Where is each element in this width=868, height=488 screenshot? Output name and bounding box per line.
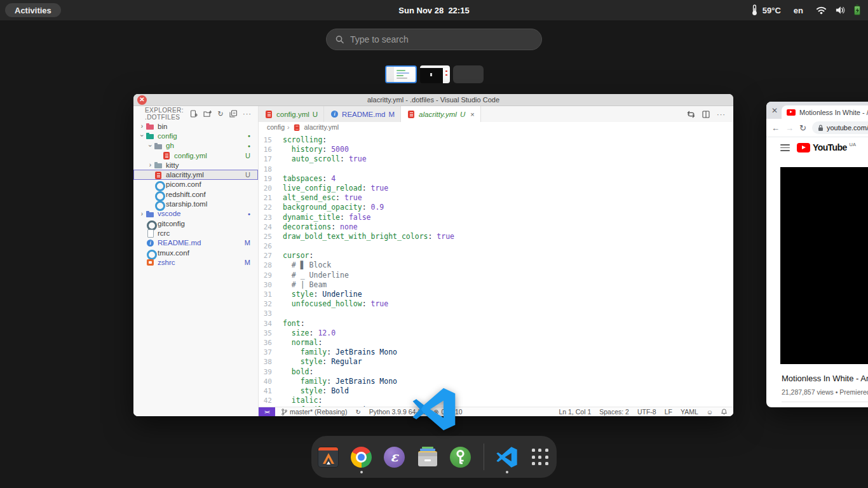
code-line-25[interactable]: 25draw_bold_text_with_bright_colors: tru… (259, 232, 733, 241)
code-line-15[interactable]: 15scrolling: (259, 135, 733, 145)
split-editor-icon[interactable] (702, 111, 710, 118)
code-line-27[interactable]: 27cursor: (259, 251, 733, 261)
chrome-window[interactable]: ✕ Motionless In White - / ← → ↻ youtube.… (766, 102, 868, 407)
feedback-smiley-icon[interactable]: ☺ (707, 409, 713, 416)
sync-icon[interactable]: ↻ (355, 409, 360, 416)
code-line-34[interactable]: 34font: (259, 319, 733, 329)
dock-item-passwords[interactable] (449, 445, 472, 468)
eol-setting[interactable]: LF (665, 408, 672, 416)
tree-item-redshift.conf[interactable]: redshift.conf (133, 189, 258, 199)
code-line-37[interactable]: 37 family: JetBrains Mono (259, 348, 733, 357)
code-line-35[interactable]: 35 size: 12.0 (259, 329, 733, 338)
code-line-32[interactable]: 32 unfocused_hollow: true (259, 299, 733, 309)
reload-button[interactable]: ↻ (799, 123, 806, 133)
code-line-17[interactable]: 17 auto_scroll: true (259, 154, 733, 164)
address-bar[interactable]: youtube.com/wa (812, 121, 868, 134)
dock-item-emacs[interactable]: ε (383, 445, 406, 468)
tree-item-gitconfig[interactable]: gitconfig (133, 219, 258, 228)
dock-item-vscode[interactable] (496, 445, 519, 468)
tree-item-README.md[interactable]: README.mdM (133, 238, 258, 248)
code-line-26[interactable]: 26 (259, 241, 733, 251)
collapse-folders-button[interactable] (229, 110, 237, 118)
git-branch-status[interactable]: master* (Rebasing) (281, 408, 347, 416)
system-menu[interactable] (816, 6, 860, 15)
breadcrumb[interactable]: config › alacritty.yml (259, 122, 733, 132)
tree-item-picom.conf[interactable]: picom.conf (133, 180, 258, 189)
editor-more-actions-icon[interactable]: ··· (717, 111, 726, 118)
encoding-setting[interactable]: UTF-8 (637, 408, 656, 416)
code-line-39[interactable]: 39 bold: (259, 367, 733, 377)
remote-indicator[interactable]: >< (259, 407, 275, 416)
code-line-18[interactable]: 18 (259, 165, 733, 174)
vscode-app-icon[interactable] (412, 388, 456, 431)
workspace-thumbnail-3-empty[interactable] (453, 65, 484, 83)
language-mode[interactable]: YAML (681, 408, 698, 416)
code-line-20[interactable]: 20live_config_reload: true (259, 184, 733, 193)
cursor-position[interactable]: Ln 1, Col 1 (559, 408, 591, 416)
tree-item-rcrc[interactable]: rcrc (133, 228, 258, 238)
code-line-38[interactable]: 38 style: Regular (259, 357, 733, 367)
tree-item-alacritty.yml[interactable]: alacritty.ymlU (133, 170, 258, 179)
search-input[interactable] (350, 34, 532, 44)
video-player[interactable] (780, 167, 868, 364)
tree-item-kitty[interactable]: ›kitty (133, 160, 258, 170)
code-line-42[interactable]: 42 italic: (259, 396, 733, 405)
tree-item-starship.toml[interactable]: starship.toml (133, 199, 258, 208)
clock[interactable]: Sun Nov 28 22:15 (398, 0, 469, 20)
code-editor[interactable]: 15scrolling:16 history: 500017 auto_scro… (259, 132, 733, 407)
new-folder-button[interactable] (203, 110, 212, 118)
tree-item-tmux.conf[interactable]: tmux.conf (133, 248, 258, 257)
code-line-36[interactable]: 36 normal: (259, 338, 733, 348)
tree-item-bin[interactable]: ›bin (133, 121, 258, 131)
new-file-button[interactable] (190, 110, 198, 118)
code-line-30[interactable]: 30 # | Beam (259, 280, 733, 290)
line-number: 23 (259, 213, 283, 222)
indentation-setting[interactable]: Spaces: 2 (599, 408, 629, 416)
breadcrumb-folder[interactable]: config (267, 123, 285, 131)
code-line-29[interactable]: 29 # _ Underline (259, 271, 733, 280)
back-button[interactable]: ← (771, 123, 780, 133)
code-line-16[interactable]: 16 history: 5000 (259, 145, 733, 154)
window-close-button[interactable]: ✕ (137, 95, 147, 105)
open-changes-icon[interactable] (687, 111, 695, 118)
youtube-logo[interactable]: YouTube UA (797, 142, 856, 152)
tab-readme-md[interactable]: README.md M (324, 106, 401, 122)
forward-button[interactable]: → (785, 123, 794, 133)
temperature-indicator[interactable]: 59°C (751, 4, 781, 16)
code-line-23[interactable]: 23dynamic_title: false (259, 213, 733, 222)
tree-item-config[interactable]: ›config● (133, 131, 258, 140)
chrome-active-tab[interactable]: Motionless In White - / (782, 105, 868, 119)
code-line-41[interactable]: 41 style: Bold (259, 386, 733, 396)
code-line-40[interactable]: 40 family: JetBrains Mono (259, 377, 733, 386)
dock-item-alacritty[interactable] (317, 445, 340, 468)
code-line-21[interactable]: 21alt_send_esc: true (259, 193, 733, 203)
activities-button[interactable]: Activities (5, 3, 61, 17)
code-line-19[interactable]: 19tabspaces: 4 (259, 174, 733, 184)
workspace-thumbnail-2[interactable] (420, 65, 450, 83)
tree-item-gh[interactable]: ›gh● (133, 141, 258, 151)
dock-item-chrome[interactable] (350, 445, 373, 468)
workspace-thumbnail-active[interactable] (385, 65, 417, 83)
explorer-more-actions-button[interactable]: ··· (243, 110, 252, 118)
tab-config-yml[interactable]: config.yml U (259, 106, 324, 122)
keyboard-layout-indicator[interactable]: en (794, 6, 803, 15)
tab-alacritty-yml-active[interactable]: alacritty.yml U × (401, 106, 481, 122)
code-line-33[interactable]: 33 (259, 309, 733, 318)
notifications-bell-icon[interactable] (721, 409, 727, 415)
tree-item-zshrc[interactable]: zshrcM (133, 257, 258, 267)
vscode-window[interactable]: ✕ alacritty.yml - .dotfiles - Visual Stu… (133, 94, 733, 416)
tree-item-config.yml[interactable]: config.ymlU (133, 151, 258, 160)
menu-icon[interactable] (780, 144, 790, 151)
code-line-28[interactable]: 28 # ▋ Block (259, 261, 733, 270)
dock-item-app-grid[interactable] (529, 445, 552, 468)
tab-close-icon[interactable]: ✕ (771, 106, 778, 115)
dock-item-files[interactable] (416, 445, 439, 468)
code-line-24[interactable]: 24decorations: none (259, 222, 733, 232)
refresh-explorer-button[interactable]: ↻ (217, 110, 224, 118)
code-line-22[interactable]: 22background_opacity: 0.9 (259, 203, 733, 212)
breadcrumb-file[interactable]: alacritty.yml (304, 123, 339, 131)
code-line-31[interactable]: 31 style: Underline (259, 290, 733, 299)
tab-close-icon[interactable]: × (470, 111, 474, 118)
vscode-title-bar[interactable]: ✕ alacritty.yml - .dotfiles - Visual Stu… (133, 94, 733, 106)
tree-item-vscode[interactable]: ›vscode● (133, 209, 258, 219)
